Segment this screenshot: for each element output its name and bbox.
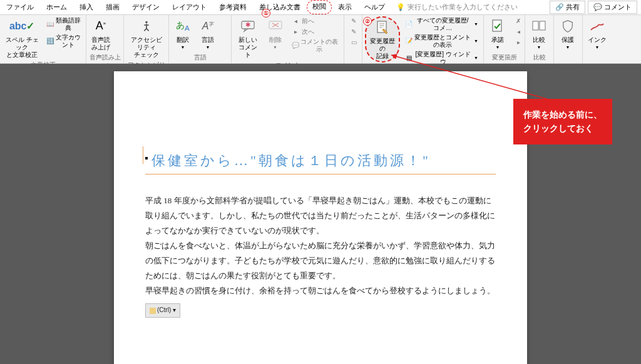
readaloud-label: 音声読 み上げ	[91, 36, 110, 51]
ink-pen3[interactable]: ▭	[347, 38, 361, 48]
track-changes-label: 変更履歴の 記録	[370, 38, 395, 60]
tab-design[interactable]: デザイン	[126, 0, 166, 14]
show-markup-label: 変更履歴とコメントの表示	[414, 34, 471, 49]
ink-pen1[interactable]: ✎	[347, 16, 361, 26]
translate-button[interactable]: あA 翻訳 ▼	[172, 16, 194, 51]
tell-me-box[interactable]: 💡 実行したい作業を入力してください	[391, 3, 523, 12]
show-markup-button[interactable]: 📝変更履歴とコメントの表示▼	[403, 33, 481, 49]
paste-options-tag[interactable]: (Ctrl) ▾	[145, 303, 180, 318]
show-comments-button[interactable]: 💬コメントの表示	[289, 38, 341, 54]
reject-button[interactable]: ✗	[511, 16, 525, 26]
tell-me-placeholder: 実行したい作業を入力してください	[408, 3, 518, 12]
share-button[interactable]: 🔗 共有	[550, 1, 585, 14]
pen-icon: ✎	[349, 28, 358, 36]
prev-change-icon: ◂	[514, 28, 523, 36]
group-language: あA 翻訳 ▼ A字 言語 ▼ 言語	[169, 15, 232, 63]
prev-comment-label: 前へ	[302, 18, 314, 25]
shield-icon	[559, 18, 577, 35]
show-markup-icon: 📝	[405, 37, 413, 46]
tab-insert[interactable]: 挿入	[73, 0, 100, 14]
tab-help[interactable]: ヘルプ	[358, 0, 391, 14]
compare-label: 比較	[533, 36, 545, 44]
comment-button[interactable]: 💬 コメント	[588, 1, 637, 14]
spellcheck-button[interactable]: abc✓ スペル チェック と文章校正	[3, 16, 41, 60]
svg-rect-12	[540, 21, 545, 30]
group-changes-label: 変更箇所	[486, 53, 522, 63]
tab-layout[interactable]: レイアウト	[166, 0, 213, 14]
tab-view[interactable]: 表示	[332, 0, 358, 14]
document-page: 保健室から…"朝食は１日の活動源！" 平成 18 年度から文部科学省が提唱してい…	[114, 71, 527, 364]
new-comment-label: 新しい コメント	[237, 36, 259, 59]
translate-icon: あA	[174, 18, 192, 35]
show-comments-label: コメントの表示	[300, 38, 339, 53]
clipboard-icon	[150, 308, 156, 314]
group-tracking: 変更履歴の 記録 📄すべての変更履歴/コメ…▼ 📝変更履歴とコメントの表示▼ ▤…	[362, 15, 484, 63]
language-label: 言語	[202, 36, 214, 44]
group-compare-label: 比較	[528, 53, 551, 63]
thesaurus-button[interactable]: 📖 類義語辞典	[44, 16, 83, 33]
group-comments: ✱ 新しい コメント 削除 ▼ ◂前へ ▸次へ 💬コメントの表示 コメント	[232, 15, 344, 63]
group-language-label: 言語	[172, 53, 228, 63]
next-comment-button[interactable]: ▸次へ	[289, 27, 341, 37]
next-change-button[interactable]: ▸	[511, 38, 525, 48]
tab-mailings[interactable]: 差し込み文書	[253, 0, 307, 14]
pane-icon: ▤	[405, 54, 413, 63]
accessibility-button[interactable]: アクセシビリティ チェック	[126, 16, 166, 60]
markup-icon: 📄	[405, 20, 413, 29]
compare-button[interactable]: 比較 ▼	[528, 16, 550, 51]
wordcount-button[interactable]: 🔢 文字カウント	[44, 33, 83, 49]
wordcount-icon: 🔢	[46, 37, 54, 46]
paste-tag-label: (Ctrl)	[157, 306, 171, 313]
tab-references[interactable]: 参考資料	[213, 0, 253, 14]
tab-review[interactable]: 校閲	[307, 0, 332, 14]
group-proofing: abc✓ スペル チェック と文章校正 📖 類義語辞典 🔢 文字カウント 文章校…	[0, 15, 86, 63]
ink-icon	[588, 18, 606, 35]
readaloud-button[interactable]: A» 音声読 み上げ	[89, 16, 113, 53]
new-comment-icon: ✱	[239, 18, 257, 35]
group-ink-tools: ✎ ✎ ▭	[344, 15, 362, 63]
spellcheck-icon: abc✓	[13, 18, 31, 35]
svg-rect-10	[493, 20, 501, 31]
new-comment-button[interactable]: ✱ 新しい コメント	[234, 16, 262, 60]
spellcheck-label: スペル チェック と文章校正	[5, 36, 39, 59]
doc-paragraph: 平成 18 年度から文部科学省が提唱している「早寝早起き朝ごはん」運動、本校でも…	[145, 193, 496, 238]
group-protect: 保護 ▼	[554, 15, 583, 63]
language-button[interactable]: A字 言語 ▼	[197, 16, 219, 51]
share-icon: 🔗	[555, 3, 564, 11]
speaker-icon: A»	[92, 18, 110, 35]
ink-button[interactable]: インク ▼	[585, 16, 609, 51]
tab-draw[interactable]: 描画	[100, 0, 126, 14]
accept-label: 承諾	[491, 36, 504, 44]
callout-line2: クリックしておく	[523, 121, 602, 135]
ink-label: インク	[588, 36, 607, 44]
translate-label: 翻訳	[177, 36, 189, 44]
share-label: 共有	[566, 3, 580, 12]
document-body[interactable]: 平成 18 年度から文部科学省が提唱している「早寝早起き朝ごはん」運動、本校でも…	[145, 193, 496, 318]
svg-rect-11	[533, 21, 538, 30]
prev-change-button[interactable]: ◂	[511, 27, 525, 37]
ink-pen2[interactable]: ✎	[347, 27, 361, 37]
accessibility-icon	[138, 18, 155, 35]
svg-text:✱: ✱	[245, 21, 250, 28]
markup-dropdown[interactable]: 📄すべての変更履歴/コメ…▼	[403, 16, 481, 33]
comment-icon: 💬	[593, 3, 602, 11]
group-ink: インク ▼	[583, 15, 612, 63]
pen-icon: ✎	[349, 17, 358, 26]
delete-comment-button[interactable]: 削除 ▼	[264, 16, 287, 51]
accept-button[interactable]: 承諾 ▼	[486, 16, 509, 51]
tab-home[interactable]: ホーム	[40, 0, 73, 14]
ribbon: abc✓ スペル チェック と文章校正 📖 類義語辞典 🔢 文字カウント 文章校…	[0, 15, 641, 64]
accessibility-label: アクセシビリティ チェック	[129, 36, 163, 59]
language-icon: A字	[199, 18, 217, 35]
wordcount-label: 文字カウント	[55, 34, 81, 49]
protect-button[interactable]: 保護 ▼	[556, 16, 579, 51]
doc-paragraph: 早寝早起きの習慣を身に付け、余裕を持って朝ごはんを食べてから登校するようにしまし…	[145, 283, 496, 298]
prev-comment-button[interactable]: ◂前へ	[289, 16, 341, 26]
next-change-icon: ▸	[514, 38, 523, 47]
tab-bar: ファイル ホーム 挿入 描画 デザイン レイアウト 参考資料 差し込み文書 校閲…	[0, 0, 641, 15]
comment-label: コメント	[604, 3, 632, 12]
group-accessibility: アクセシビリティ チェック アクセシビリティ	[124, 15, 169, 63]
tab-file[interactable]: ファイル	[0, 0, 40, 14]
annotation-badge-2: ②	[363, 17, 372, 26]
protect-label: 保護	[562, 36, 574, 44]
